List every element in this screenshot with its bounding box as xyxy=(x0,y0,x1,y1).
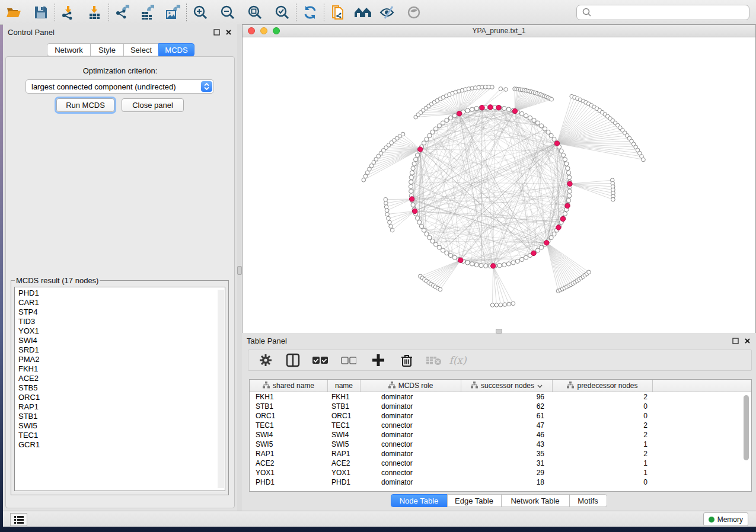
network-window-titlebar[interactable]: YPA_prune.txt_1 xyxy=(243,25,755,37)
table-row[interactable]: ACE2ACE2connector311 xyxy=(250,459,751,468)
zoom-fit-icon[interactable] xyxy=(246,4,264,21)
search-box[interactable] xyxy=(576,5,749,20)
cell-MCDS-role: dominator xyxy=(361,449,461,459)
tab-network[interactable]: Network xyxy=(47,43,91,56)
tab-mcds[interactable]: MCDS xyxy=(158,43,194,56)
export-table-icon[interactable] xyxy=(139,4,157,21)
list-item[interactable]: STB1 xyxy=(15,412,216,421)
list-item[interactable]: SRD1 xyxy=(15,345,216,355)
close-panel-icon[interactable] xyxy=(743,336,751,345)
cell-shared-name: TEC1 xyxy=(250,421,328,430)
tab-motifs[interactable]: Motifs xyxy=(569,494,607,507)
settings-gear-icon[interactable] xyxy=(258,352,273,368)
list-item[interactable]: SWI4 xyxy=(15,336,216,345)
zoom-in-icon[interactable] xyxy=(192,4,209,21)
column-header-predecessor-nodes[interactable]: predecessor nodes xyxy=(553,380,653,392)
mcds-result-list[interactable]: PHD1CAR1STP4TID3YOX1SWI4SRD1PMA2FKH1ACE2… xyxy=(15,289,216,491)
column-header-shared-name[interactable]: shared name xyxy=(250,380,328,392)
network-window: YPA_prune.txt_1 xyxy=(242,24,756,333)
table-row[interactable]: STB1STB1dominator620 xyxy=(250,402,751,411)
tab-select[interactable]: Select xyxy=(123,43,159,56)
list-item[interactable]: CAR1 xyxy=(15,298,216,307)
cell-predecessor-nodes: 2 xyxy=(553,430,653,440)
table-row[interactable]: SWI4SWI4dominator462 xyxy=(250,430,751,440)
function-builder-icon[interactable]: f(x) xyxy=(450,352,465,368)
table-row[interactable]: ORC1ORC1dominator610 xyxy=(250,411,751,421)
run-mcds-button[interactable]: Run MCDS xyxy=(56,98,114,112)
column-header-name[interactable]: name xyxy=(328,380,361,392)
column-label: predecessor nodes xyxy=(577,382,637,390)
list-item[interactable]: ACE2 xyxy=(15,374,216,383)
list-item[interactable]: PHD1 xyxy=(15,289,216,298)
clone-network-icon[interactable] xyxy=(329,4,347,21)
list-item[interactable]: SWI5 xyxy=(15,421,216,431)
column-header-successor-nodes[interactable]: successor nodes xyxy=(461,380,553,392)
refresh-icon[interactable] xyxy=(301,4,319,21)
toolbar-separator xyxy=(186,4,187,21)
node-table[interactable]: shared namenameMCDS rolesuccessor nodesp… xyxy=(249,379,752,492)
close-panel-button[interactable]: Close panel xyxy=(122,98,184,112)
select-all-icon[interactable] xyxy=(312,352,328,368)
show-columns-icon[interactable] xyxy=(285,352,301,368)
memory-button[interactable]: Memory xyxy=(703,512,748,526)
attribute-type-icon xyxy=(263,382,270,390)
export-image-icon[interactable] xyxy=(164,4,181,21)
list-item[interactable]: TID3 xyxy=(15,317,216,326)
table-toolbar: f(x) xyxy=(248,350,752,371)
cell-successor-nodes: 43 xyxy=(461,440,553,449)
list-item[interactable]: STP4 xyxy=(15,307,216,317)
table-row[interactable]: SWI5SWI5connector431 xyxy=(250,440,751,449)
add-row-icon[interactable] xyxy=(371,352,386,368)
cell-predecessor-nodes: 0 xyxy=(553,411,653,421)
show-graphics-details-icon[interactable] xyxy=(405,4,423,21)
table-row[interactable]: FKH1FKH1dominator962 xyxy=(250,392,751,402)
network-canvas[interactable] xyxy=(243,37,755,333)
table-row[interactable]: YOX1YOX1connector291 xyxy=(250,468,751,477)
cell-name: STB1 xyxy=(328,402,361,411)
delete-table-icon[interactable] xyxy=(426,352,442,368)
task-history-button[interactable] xyxy=(10,513,27,526)
delete-row-icon[interactable] xyxy=(399,352,414,368)
vertical-splitter[interactable] xyxy=(237,24,242,511)
table-row[interactable]: TEC1TEC1connector472 xyxy=(250,421,751,430)
import-network-icon[interactable] xyxy=(60,4,78,21)
tab-edge-table[interactable]: Edge Table xyxy=(447,494,502,507)
list-item[interactable]: GCR1 xyxy=(15,440,216,450)
tab-network-table[interactable]: Network Table xyxy=(501,494,570,507)
criterion-select[interactable]: largest connected component (undirected) xyxy=(25,79,214,94)
table-scrollbar[interactable] xyxy=(744,395,749,460)
zoom-selected-icon[interactable] xyxy=(273,4,291,21)
list-item[interactable]: STB5 xyxy=(15,383,216,393)
import-table-icon[interactable] xyxy=(86,4,104,21)
export-network-icon[interactable] xyxy=(114,4,132,21)
search-input[interactable] xyxy=(593,7,749,18)
float-window-icon[interactable] xyxy=(212,28,221,36)
deselect-all-icon[interactable] xyxy=(341,352,356,368)
list-item[interactable]: TEC1 xyxy=(15,431,216,440)
float-window-icon[interactable] xyxy=(731,336,739,345)
mcds-tab-page: Optimization criterion: largest connecte… xyxy=(5,56,235,508)
cell-predecessor-nodes: 0 xyxy=(553,402,653,411)
column-header-MCDS-role[interactable]: MCDS role xyxy=(361,380,461,392)
list-item[interactable]: FKH1 xyxy=(15,364,216,374)
table-row[interactable]: PHD1PHD1dominator180 xyxy=(250,477,751,487)
close-panel-icon[interactable] xyxy=(224,28,232,36)
hide-graphics-details-icon[interactable] xyxy=(379,4,397,21)
cell-predecessor-nodes: 2 xyxy=(553,392,653,402)
horizontal-splitter-grip[interactable] xyxy=(496,329,502,334)
optimization-criterion-label: Optimization criterion: xyxy=(6,66,234,75)
list-item[interactable]: RAP1 xyxy=(15,402,216,412)
table-row[interactable]: RAP1RAP1dominator352 xyxy=(250,449,751,459)
mcds-list-scrollbar[interactable] xyxy=(218,290,224,488)
open-icon[interactable] xyxy=(5,4,23,21)
splitter-grip[interactable] xyxy=(237,266,242,275)
list-item[interactable]: ORC1 xyxy=(15,393,216,402)
tab-style[interactable]: Style xyxy=(90,43,124,56)
sort-descending-icon xyxy=(537,382,543,390)
network-overview-icon[interactable] xyxy=(354,4,372,21)
save-icon[interactable] xyxy=(32,4,50,21)
zoom-out-icon[interactable] xyxy=(219,4,237,21)
tab-node-table[interactable]: Node Table xyxy=(391,494,448,507)
list-item[interactable]: YOX1 xyxy=(15,326,216,336)
list-item[interactable]: PMA2 xyxy=(15,355,216,364)
